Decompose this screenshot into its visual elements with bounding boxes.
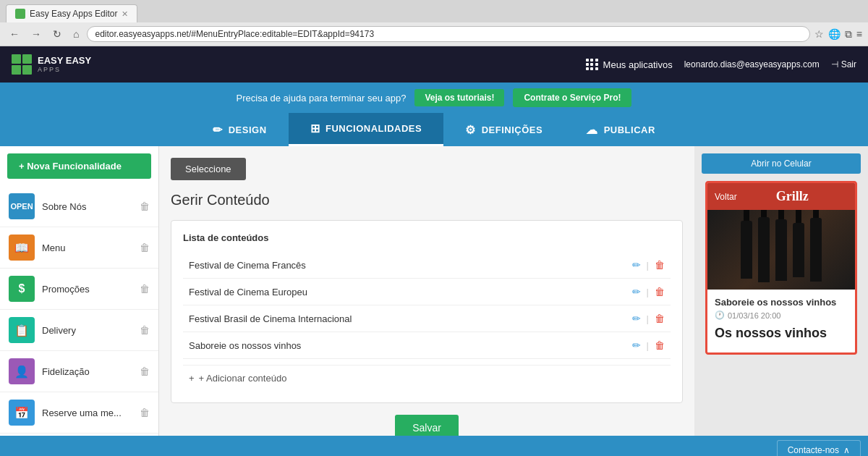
tab-bar: Easy Easy Apps Editor ✕ [0, 0, 868, 22]
back-nav-button[interactable]: ← [6, 27, 23, 41]
app-header: EASY EASY APPS Meus aplicativos leonardo… [0, 46, 868, 83]
menu-icon[interactable]: ≡ [856, 28, 862, 40]
sidebar-item-reserve[interactable]: 📅 Reserve uma me... 🗑 [0, 392, 158, 434]
trash-icon-promocoes[interactable]: 🗑 [140, 283, 150, 295]
window-icon[interactable]: ⧉ [845, 28, 852, 41]
logo-block: EASY EASY APPS [12, 54, 91, 75]
divider-3: | [647, 313, 649, 324]
home-button[interactable]: ⌂ [69, 27, 82, 41]
settings-icon: ⚙ [465, 123, 476, 137]
edit-icon-2[interactable]: ✏ [632, 286, 641, 297]
logo-text: EASY EASY [38, 56, 91, 66]
reload-button[interactable]: ↻ [49, 27, 65, 41]
phone-content: Saboreie os nossos vinhos 🕐 01/03/16 20:… [707, 290, 855, 352]
globe-icon: 🌐 [828, 28, 841, 40]
tab-funcionalidades[interactable]: ⊞ FUNCIONALIDADES [289, 113, 444, 146]
tab-publicar[interactable]: ☁ PUBLICAR [564, 113, 677, 146]
sidebar-item-fidelizacao[interactable]: 👤 Fidelização 🗑 [0, 351, 158, 392]
content-box: Lista de conteúdos Festival de Cinema Fr… [171, 220, 683, 403]
logo-grid-icon [12, 54, 32, 75]
edit-icon-4[interactable]: ✏ [632, 339, 641, 351]
bottle-5 [810, 218, 822, 282]
item-actions-2: ✏ | 🗑 [632, 286, 665, 297]
sidebar-label-sobre-nos: Sobre Nós [42, 201, 132, 212]
design-icon: ✏ [213, 123, 223, 137]
content-area: Seleccione Gerir Conteúdo Lista de conte… [159, 146, 694, 436]
nav-tabs: ✏ DESIGN ⊞ FUNCIONALIDADES ⚙ DEFINIÇÕES … [0, 113, 868, 146]
logout-button[interactable]: ⊣ Sair [831, 59, 856, 69]
sobre-nos-icon: OPEN [9, 193, 35, 219]
edit-icon-3[interactable]: ✏ [632, 313, 641, 324]
sidebar-label-delivery: Delivery [42, 325, 132, 336]
bookmark-icon[interactable]: ☆ [814, 28, 824, 40]
my-apps-button[interactable]: Meus aplicativos [586, 59, 673, 70]
add-content-button[interactable]: + + Adicionar conteúdo [183, 365, 671, 391]
forward-nav-button[interactable]: → [27, 27, 45, 41]
edit-icon-1[interactable]: ✏ [632, 259, 641, 271]
phone-back-button[interactable]: Voltar [715, 192, 737, 202]
fidelizacao-icon: 👤 [9, 358, 35, 384]
select-button[interactable]: Seleccione [171, 158, 246, 180]
delete-icon-3[interactable]: 🗑 [655, 313, 665, 324]
item-label-3: Festival Brasil de Cinema Internacional [189, 313, 632, 324]
phone-big-title: Os nossos vinhos [715, 326, 848, 341]
open-mobile-button[interactable]: Abrir no Celular [702, 153, 861, 174]
logout-label: Sair [841, 59, 856, 69]
add-content-icon: + [189, 373, 195, 384]
delivery-icon: 📋 [9, 317, 35, 343]
wine-bottles-image [707, 210, 855, 290]
content-item-3: Festival Brasil de Cinema Internacional … [183, 305, 671, 332]
bottle-4 [793, 223, 804, 277]
tab-design[interactable]: ✏ DESIGN [191, 113, 288, 146]
tab-funcionalidades-label: FUNCIONALIDADES [326, 123, 422, 134]
browser-icons: ☆ 🌐 ⧉ ≡ [814, 28, 862, 41]
content-item-4: Saboreie os nossos vinhos ✏ | 🗑 [183, 332, 671, 359]
browser-tab[interactable]: Easy Easy Apps Editor ✕ [6, 4, 137, 22]
trash-icon-fidelizacao[interactable]: 🗑 [140, 366, 150, 377]
item-actions-4: ✏ | 🗑 [632, 339, 665, 351]
my-apps-label: Meus aplicativos [603, 59, 673, 70]
address-input[interactable] [87, 26, 809, 42]
list-title: Lista de conteúdos [183, 232, 671, 243]
trash-icon-delivery[interactable]: 🗑 [140, 324, 150, 336]
preview-panel: Abrir no Celular Voltar Grillz Saboreie … [694, 146, 868, 436]
trash-icon-menu[interactable]: 🗑 [140, 242, 150, 253]
user-email: leonardo.dias@easyeasyapps.com [684, 59, 820, 69]
help-text: Precisa de ajuda para terminar seu app? [237, 93, 407, 104]
browser-chrome: Easy Easy Apps Editor ✕ ← → ↻ ⌂ ☆ 🌐 ⧉ ≡ [0, 0, 868, 46]
tab-publicar-label: PUBLICAR [604, 124, 655, 135]
bottom-bar: Contacte-nos ∧ [0, 436, 868, 456]
item-label-1: Festival de Cinema Francês [189, 260, 632, 271]
sidebar-item-facebook[interactable]: f Facebook 🗑 [0, 434, 158, 436]
contact-button[interactable]: Contacte-nos ∧ [777, 440, 861, 456]
tutorials-button[interactable]: Veja os tutoriais! [414, 89, 504, 106]
sidebar-item-promocoes[interactable]: $ Promoções 🗑 [0, 269, 158, 310]
save-button[interactable]: Salvar [395, 415, 459, 436]
bottle-1 [741, 221, 752, 279]
phone-app-logo: Grillz [776, 189, 809, 204]
delete-icon-4[interactable]: 🗑 [655, 339, 665, 351]
tab-definicoes[interactable]: ⚙ DEFINIÇÕES [443, 113, 564, 146]
sidebar: + Nova Funcionalidade OPEN Sobre Nós 🗑 📖… [0, 146, 159, 436]
chevron-up-icon: ∧ [843, 445, 850, 455]
delete-icon-1[interactable]: 🗑 [655, 259, 665, 271]
phone-date: 🕐 01/03/16 20:00 [715, 311, 848, 320]
sidebar-label-fidelizacao: Fidelização [42, 366, 132, 377]
sidebar-item-menu[interactable]: 📖 Menu 🗑 [0, 227, 158, 269]
pro-service-button[interactable]: Contrate o Serviço Pro! [513, 88, 631, 107]
sidebar-item-delivery[interactable]: 📋 Delivery 🗑 [0, 310, 158, 351]
sidebar-item-sobre-nos[interactable]: OPEN Sobre Nós 🗑 [0, 186, 158, 227]
header-right: Meus aplicativos leonardo.dias@easyeasya… [586, 59, 856, 70]
bottle-3 [775, 219, 787, 281]
help-bar: Precisa de ajuda para terminar seu app? … [0, 83, 868, 113]
tab-close-button[interactable]: ✕ [122, 9, 128, 19]
logo-text-block: EASY EASY APPS [38, 56, 91, 73]
sidebar-label-reserve: Reserve uma me... [42, 408, 132, 418]
new-func-button[interactable]: + Nova Funcionalidade [7, 153, 151, 179]
tab-title: Easy Easy Apps Editor [30, 9, 117, 19]
trash-icon-sobre-nos[interactable]: 🗑 [140, 200, 150, 212]
trash-icon-reserve[interactable]: 🗑 [140, 407, 150, 418]
address-bar-row: ← → ↻ ⌂ ☆ 🌐 ⧉ ≡ [0, 22, 868, 46]
item-label-4: Saboreie os nossos vinhos [189, 340, 632, 351]
delete-icon-2[interactable]: 🗑 [655, 286, 665, 297]
